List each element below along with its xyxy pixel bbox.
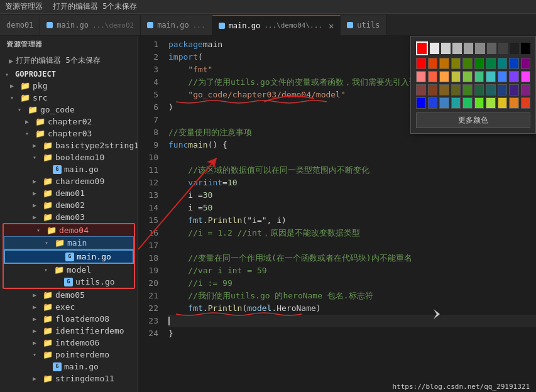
item-label: chapter03 bbox=[48, 129, 92, 138]
color-swatch[interactable] bbox=[509, 97, 519, 109]
color-swatch[interactable] bbox=[498, 84, 508, 95]
sidebar-item-pkg[interactable]: ▶ 📁 pkg bbox=[0, 80, 138, 92]
color-swatch[interactable] bbox=[462, 71, 473, 82]
arrow-icon: ▶ bbox=[33, 214, 40, 220]
tab-demo01[interactable]: demo01 bbox=[0, 15, 40, 35]
selected-color-swatch[interactable] bbox=[416, 41, 428, 55]
sidebar-item-demo03[interactable]: ▶ 📁 demo03 bbox=[0, 211, 138, 223]
color-swatch[interactable] bbox=[509, 71, 519, 82]
sidebar-item-pointerdemo[interactable]: ▾ 📁 pointerdemo bbox=[0, 349, 138, 361]
color-swatch[interactable] bbox=[428, 71, 438, 82]
sidebar-item-booldemo-main[interactable]: ▶ G main.go bbox=[0, 163, 138, 175]
color-swatch[interactable] bbox=[474, 97, 484, 109]
color-swatch[interactable] bbox=[416, 71, 426, 82]
color-swatch[interactable] bbox=[462, 58, 473, 69]
sidebar-item-basictype[interactable]: ▶ 📁 basictype2string13 bbox=[0, 139, 138, 151]
color-swatch[interactable] bbox=[452, 43, 462, 54]
open-editors-section[interactable]: ▶ 打开的编辑器 5个未保存 bbox=[0, 53, 138, 68]
sidebar-item-demo04[interactable]: ▾ 📁 demo04 bbox=[4, 224, 134, 236]
color-swatch[interactable] bbox=[428, 84, 438, 95]
color-swatch[interactable] bbox=[416, 97, 426, 109]
color-swatch[interactable] bbox=[486, 84, 496, 95]
color-swatch[interactable] bbox=[474, 58, 484, 69]
color-swatch[interactable] bbox=[451, 71, 461, 82]
open-editors-btn[interactable]: 打开的编辑器 5个未保存 bbox=[53, 1, 137, 12]
tab-main-demo04[interactable]: main.go ...\demo04\... ✕ bbox=[212, 15, 341, 35]
sidebar-item-chapter02[interactable]: ▶ 📁 chapter02 bbox=[0, 116, 138, 128]
color-swatch[interactable] bbox=[486, 71, 496, 82]
color-swatch[interactable] bbox=[439, 58, 449, 69]
color-swatch[interactable] bbox=[416, 58, 426, 69]
item-label: main.go bbox=[64, 165, 99, 174]
arrow-icon: ▾ bbox=[33, 351, 40, 358]
sidebar-item-identifierdemo[interactable]: ▶ 📁 identifierdemo bbox=[0, 325, 138, 337]
sidebar-item-chapter03[interactable]: ▾ 📁 chapter03 bbox=[0, 128, 138, 139]
sidebar-item-stringdemo11[interactable]: ▶ 📁 stringdemo11 bbox=[0, 373, 138, 384]
color-swatch[interactable] bbox=[498, 97, 508, 109]
sidebar-item-exec[interactable]: ▶ 📁 exec bbox=[0, 301, 138, 313]
color-swatch[interactable] bbox=[430, 43, 439, 54]
sidebar-item-demo04-model[interactable]: ▾ 📁 model bbox=[4, 264, 134, 276]
more-colors-button[interactable]: 更多颜色 bbox=[416, 112, 530, 128]
sidebar-item-demo02[interactable]: ▶ 📁 demo02 bbox=[0, 199, 138, 211]
color-swatch[interactable] bbox=[451, 58, 461, 69]
color-swatch[interactable] bbox=[462, 84, 473, 95]
color-swatch[interactable] bbox=[509, 84, 519, 95]
tab-main-demo02[interactable]: main.go ...\demo02 bbox=[40, 15, 141, 35]
sidebar-item-go-code[interactable]: ▾ 📁 go_code bbox=[0, 104, 138, 116]
tab-main-demo03[interactable]: main.go ... bbox=[141, 15, 212, 35]
color-swatch[interactable] bbox=[486, 58, 496, 69]
color-swatch[interactable] bbox=[498, 58, 508, 69]
color-swatch[interactable] bbox=[498, 71, 508, 82]
color-swatch[interactable] bbox=[521, 84, 531, 95]
color-swatch[interactable] bbox=[521, 71, 531, 82]
item-label: pkg bbox=[33, 81, 47, 90]
sidebar-item-demo04-main-folder[interactable]: ▾ 📁 main bbox=[4, 236, 134, 249]
text-cursor bbox=[168, 317, 170, 325]
color-swatch[interactable] bbox=[441, 43, 451, 54]
color-swatch[interactable] bbox=[451, 97, 461, 109]
color-swatch[interactable] bbox=[521, 58, 531, 69]
sidebar-item-demo04-maingo[interactable]: ▶ G main.go bbox=[4, 249, 134, 264]
sidebar-item-src[interactable]: ▾ 📁 src bbox=[0, 92, 138, 104]
color-swatch[interactable] bbox=[462, 97, 473, 109]
folder-icon: 📁 bbox=[35, 117, 45, 126]
color-swatch[interactable] bbox=[521, 43, 530, 54]
sidebar-header[interactable]: 资源管理器 bbox=[0, 36, 138, 53]
sidebar-item-floatdemo08[interactable]: ▶ 📁 floatdemo08 bbox=[0, 313, 138, 325]
sidebar-item-demo05[interactable]: ▶ 📁 demo05 bbox=[0, 289, 138, 301]
color-picker-popup[interactable]: 更多颜色 bbox=[410, 36, 536, 134]
color-swatch[interactable] bbox=[474, 71, 484, 82]
sidebar-item-booldemo10[interactable]: ▾ 📁 booldemo10 bbox=[0, 151, 138, 163]
color-swatch[interactable] bbox=[486, 97, 496, 109]
sidebar-item-intdemo06[interactable]: ▶ 📁 intdemo06 bbox=[0, 337, 138, 349]
color-swatch[interactable] bbox=[439, 84, 449, 95]
sidebar-item-goproject[interactable]: ▾ GOPROJECT bbox=[0, 68, 138, 80]
color-swatch[interactable] bbox=[475, 43, 484, 54]
go-file-icon bbox=[46, 22, 53, 28]
code-line: i = 30 bbox=[168, 189, 536, 202]
color-swatch[interactable] bbox=[451, 84, 461, 95]
sidebar-item-chardemo09[interactable]: ▶ 📁 chardemo09 bbox=[0, 175, 138, 187]
item-label: demo01 bbox=[55, 188, 85, 198]
arrow-icon: ▶ bbox=[33, 202, 40, 209]
color-swatch[interactable] bbox=[509, 58, 519, 69]
item-label: floatdemo08 bbox=[55, 314, 109, 324]
color-swatch[interactable] bbox=[439, 97, 449, 109]
color-swatch[interactable] bbox=[510, 43, 519, 54]
sidebar-item-demo04-utils[interactable]: ▶ G utils.go bbox=[4, 276, 134, 288]
resource-manager-btn[interactable]: 资源管理器 bbox=[5, 1, 43, 12]
tab-utils[interactable]: utils bbox=[341, 15, 386, 35]
color-swatch[interactable] bbox=[428, 97, 438, 109]
tab-close-button[interactable]: ✕ bbox=[329, 21, 334, 31]
color-swatch[interactable] bbox=[464, 43, 473, 54]
color-swatch[interactable] bbox=[498, 43, 508, 54]
sidebar-item-demo01[interactable]: ▶ 📁 demo01 bbox=[0, 187, 138, 199]
sidebar-item-pointerdemo-main[interactable]: ▶ G main.go bbox=[0, 361, 138, 373]
color-swatch[interactable] bbox=[474, 84, 484, 95]
color-swatch[interactable] bbox=[521, 97, 531, 109]
color-swatch[interactable] bbox=[428, 58, 438, 69]
color-swatch[interactable] bbox=[416, 84, 426, 95]
color-swatch[interactable] bbox=[487, 43, 496, 54]
color-swatch[interactable] bbox=[439, 71, 449, 82]
